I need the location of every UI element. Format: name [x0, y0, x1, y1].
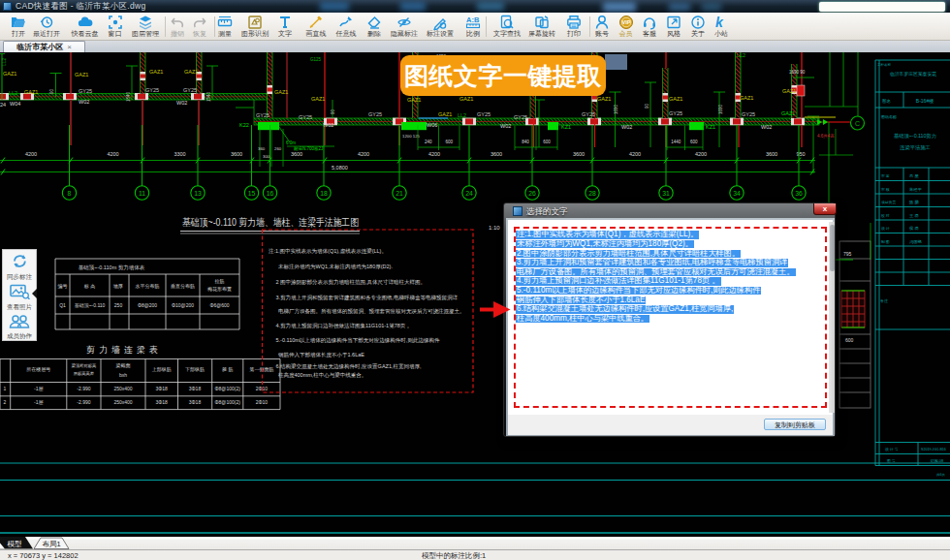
svg-text:4.6共4克: 4.6共4克: [817, 134, 835, 139]
svg-text:基础顶~-0.110: 基础顶~-0.110: [75, 302, 106, 308]
svg-text:LL2: LL2: [9, 90, 17, 96]
svg-text:所在楼层号: 所在楼层号: [26, 366, 50, 372]
svg-text:侯 磊: 侯 磊: [909, 226, 919, 231]
svg-text:3Φ18: 3Φ18: [189, 399, 202, 405]
svg-text:950: 950: [796, 151, 805, 157]
svg-text:吕 星: 吕 星: [909, 173, 919, 178]
svg-text:上部纵筋: 上部纵筋: [152, 366, 172, 373]
svg-text:GY25: GY25: [582, 111, 595, 117]
svg-text:基础顶~-0.110 剪力墙、墙柱、连梁手法施工图: 基础顶~-0.110 剪力墙、墙柱、连梁手法施工图: [182, 216, 359, 228]
svg-text:GAZ1: GAZ1: [438, 111, 452, 117]
svg-text:校 对: 校 对: [880, 213, 890, 218]
svg-text:3300: 3300: [174, 151, 185, 157]
svg-text:24: 24: [0, 102, 6, 108]
svg-text:6.0m: 6.0m: [286, 140, 296, 145]
svg-text:GAZ1: GAZ1: [782, 88, 796, 94]
svg-text:31: 31: [662, 190, 670, 197]
svg-text:18: 18: [320, 190, 328, 197]
svg-text:B-16#楼: B-16#楼: [916, 98, 934, 104]
svg-text:34: 34: [733, 190, 741, 197]
svg-text:3.剪力墙上开洞和预留套管详建筑图和各专业图纸,电梯呼梯盒等: 3.剪力墙上开洞和预留套管详建筑图和各专业图纸,电梯呼梯盒等电梯预留洞详: [276, 295, 459, 301]
svg-text:840: 840: [522, 140, 529, 144]
svg-text:1690: 1690: [718, 104, 723, 114]
svg-text:GAZ1: GAZ1: [184, 69, 198, 75]
svg-text:图纸名称: 图纸名称: [881, 114, 897, 119]
svg-text:250: 250: [114, 302, 123, 308]
svg-text:36: 36: [795, 190, 803, 197]
svg-text:基础顶~-0.110m 剪力墙体表: 基础顶~-0.110m 剪力墙体表: [79, 264, 145, 271]
svg-text:GY25: GY25: [183, 87, 197, 93]
svg-text:GY25: GY25: [742, 111, 755, 117]
svg-text:GAZ1: GAZ1: [149, 69, 163, 75]
svg-text:LL2: LL2: [1, 57, 7, 66]
svg-text:600: 600: [543, 140, 551, 144]
svg-text:4.剪力墙上预留洞口边补强做法详图集11G101-1第78页: 4.剪力墙上预留洞口边补强做法详图集11G101-1第78页 。: [276, 323, 413, 329]
svg-text:bxh: bxh: [119, 372, 127, 378]
svg-text:600: 600: [445, 140, 453, 144]
svg-text:W02: W02: [323, 122, 333, 128]
svg-text:GY25: GY25: [256, 112, 269, 118]
svg-text:GAZ1: GAZ1: [3, 71, 16, 77]
svg-text:GAZ1: GAZ1: [459, 96, 473, 102]
svg-text:GAZ1: GAZ1: [781, 110, 795, 116]
svg-text:300: 300: [263, 154, 270, 159]
svg-text:2: 2: [4, 399, 7, 405]
svg-text:250x400: 250x400: [113, 399, 132, 405]
svg-text:6.结构梁交混凝土墙处无边缘构件时,应设置GAZ1,柱宽同墙: 6.结构梁交混凝土墙处无边缘构件时,应设置GAZ1,柱宽同墙厚,: [276, 362, 423, 370]
svg-text:24: 24: [465, 190, 473, 197]
svg-text:GY25: GY25: [669, 110, 682, 116]
svg-text:-2.990: -2.990: [77, 399, 90, 405]
svg-text:结施-08: 结施-08: [930, 458, 943, 463]
svg-text:3600: 3600: [291, 151, 302, 157]
svg-text:GAZ1: GAZ1: [274, 89, 288, 95]
svg-text:1:10: 1:10: [489, 225, 500, 231]
svg-text:柱高度400mm,柱中心与梁中线重合。: 柱高度400mm,柱中心与梁中线重合。: [278, 371, 366, 379]
svg-text:剪力墙连梁表: 剪力墙连梁表: [86, 345, 162, 355]
svg-text:3600: 3600: [766, 151, 777, 157]
svg-text:3600: 3600: [573, 151, 585, 157]
svg-text:临沂市罗庄区某泰安花: 临沂市罗庄区某泰安花: [890, 71, 936, 78]
svg-text:3600: 3600: [491, 151, 502, 157]
svg-text:3600: 3600: [231, 151, 242, 157]
svg-text:600: 600: [845, 337, 854, 343]
svg-text:W02: W02: [176, 100, 187, 106]
svg-text:拉筋: 拉筋: [215, 278, 225, 285]
svg-text:设 计: 设 计: [881, 226, 890, 231]
svg-text:3Φ18: 3Φ18: [156, 399, 169, 405]
svg-text:GY25: GY25: [514, 114, 527, 120]
svg-text:11: 11: [139, 190, 145, 197]
svg-text:1540: 1540: [126, 91, 131, 102]
svg-text:备注: 备注: [880, 298, 888, 303]
svg-text:W02: W02: [761, 124, 772, 130]
svg-text:审 定: 审 定: [881, 173, 890, 178]
svg-text:项目负责: 项目负责: [881, 200, 896, 204]
svg-text:4200: 4200: [629, 151, 641, 157]
svg-text:26: 26: [528, 190, 536, 197]
svg-text:260: 260: [274, 146, 282, 151]
svg-text:水平分布筋: 水平分布筋: [136, 283, 160, 290]
svg-text:k: k: [715, 15, 724, 30]
svg-text:Φ8@200: Φ8@200: [138, 302, 157, 308]
svg-text:1440: 1440: [671, 140, 681, 144]
svg-text:2Φ10: 2Φ10: [256, 399, 269, 405]
svg-text:制 图: 制 图: [881, 239, 890, 244]
svg-text:G125: G125: [310, 57, 322, 62]
svg-text:KZ1: KZ1: [706, 124, 715, 130]
svg-text:240: 240: [425, 140, 432, 144]
svg-text:KZ1: KZ1: [561, 124, 571, 130]
svg-text:4200: 4200: [428, 151, 440, 157]
svg-text:15: 15: [248, 190, 256, 197]
svg-text:W04: W04: [10, 101, 20, 107]
svg-text:王 磊: 王 磊: [909, 213, 919, 218]
svg-text:4200: 4200: [695, 151, 707, 157]
svg-text:W02: W02: [500, 123, 511, 129]
svg-text:耐插N.700板2J: 耐插N.700板2J: [294, 146, 323, 151]
svg-text:LL2: LL2: [458, 112, 466, 118]
svg-text:Q1: Q1: [59, 302, 66, 308]
svg-text:3Φ18: 3Φ18: [189, 386, 202, 391]
svg-text:审 核: 审 核: [881, 187, 890, 192]
svg-text:GY25: GY25: [477, 111, 491, 117]
svg-text:墙厚: 墙厚: [112, 283, 123, 289]
svg-text:5.-0.110m以上墙体的边缘构件当下部无对应边缘构件时,: 5.-0.110m以上墙体的边缘构件当下部无对应边缘构件时,则此边缘构件: [276, 337, 440, 344]
svg-text:90: 90: [331, 109, 335, 114]
